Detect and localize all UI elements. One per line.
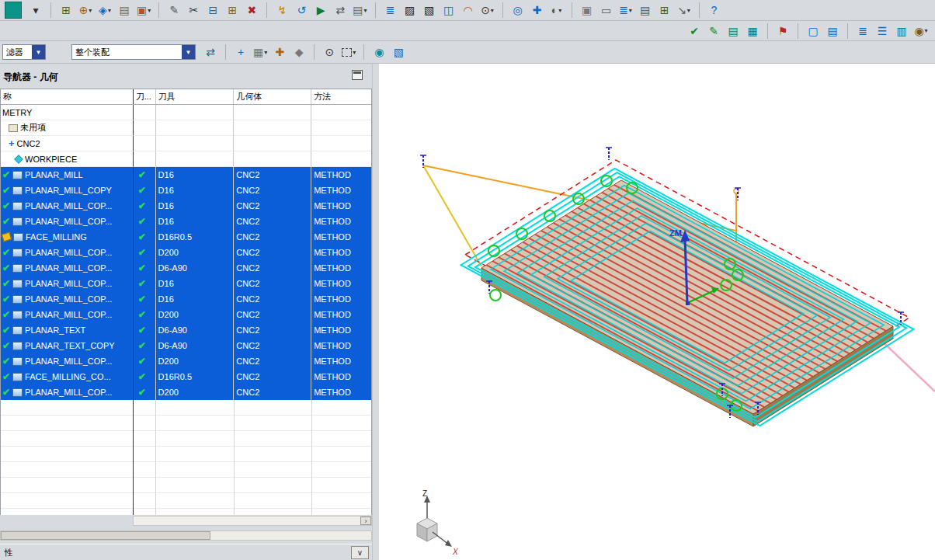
view-dependency-icon[interactable]: ▥: [892, 23, 911, 40]
dropdown-caret-icon[interactable]: ▾: [89, 7, 92, 14]
column-header-name[interactable]: 称: [1, 89, 134, 104]
selection-scope-combo[interactable]: 整个装配 ▼: [71, 44, 196, 60]
dropdown-caret-icon[interactable]: ▾: [353, 49, 356, 56]
tree-group-row[interactable]: METRY: [1, 105, 371, 120]
combo-dropdown-icon[interactable]: ▼: [182, 45, 195, 59]
scrollbar-thumb[interactable]: [1, 531, 210, 540]
tree-group-row[interactable]: 未用项: [1, 120, 371, 136]
section-view-yz-icon[interactable]: ▧: [420, 2, 439, 19]
paste-object-icon[interactable]: ⊞: [223, 2, 242, 19]
operation-row[interactable]: ✔PLANAR_MILL_COP...✔D16CNC2METHOD: [1, 214, 371, 229]
datum-plane-icon[interactable]: ◫: [440, 2, 458, 19]
snap-arc-center-icon[interactable]: ◆: [290, 43, 308, 61]
dropdown-caret-icon[interactable]: ▾: [363, 7, 367, 14]
snap-options-icon[interactable]: ▦▾: [251, 43, 269, 61]
operation-row[interactable]: ✔PLANAR_MILL_COP...✔D16CNC2METHOD: [1, 291, 371, 307]
dropdown-caret-icon[interactable]: ▾: [687, 7, 690, 14]
menu-caret-icon[interactable]: ▾: [26, 2, 45, 19]
combo-dropdown-icon[interactable]: ▼: [32, 45, 45, 59]
snap-point-icon[interactable]: +: [231, 43, 250, 61]
point-dialog-icon[interactable]: ⊙: [320, 43, 339, 61]
column-header-geometry[interactable]: 几何体: [234, 89, 311, 104]
display-window-icon[interactable]: ▢: [804, 23, 822, 40]
dropdown-caret-icon[interactable]: ▾: [148, 7, 151, 14]
document-page-icon[interactable]: ▤: [823, 23, 842, 40]
fit-view-icon[interactable]: ⊞: [655, 2, 674, 19]
create-program-icon[interactable]: ⊞: [57, 2, 75, 19]
create-tool-icon[interactable]: ⊕▾: [76, 2, 95, 19]
snap-intersection-icon[interactable]: ✚: [270, 43, 289, 61]
dropdown-caret-icon[interactable]: ▾: [558, 7, 561, 14]
dropdown-caret-icon[interactable]: ▾: [629, 7, 632, 14]
tree-group-row[interactable]: +CNC2: [1, 136, 371, 151]
create-geometry-icon[interactable]: ◈▾: [96, 2, 114, 19]
view-list-icon[interactable]: ≣▾: [617, 2, 635, 19]
copy-object-icon[interactable]: ⊟: [203, 2, 222, 19]
post-process-icon[interactable]: ⇄: [331, 2, 349, 19]
layer-visibility-icon[interactable]: ☰: [873, 23, 892, 40]
dropdown-caret-icon[interactable]: ▾: [925, 27, 928, 34]
help-icon[interactable]: ?: [705, 2, 724, 19]
column-header-toolpath[interactable]: 刀...: [134, 89, 156, 104]
operation-row[interactable]: ✔PLANAR_TEXT_COPY✔D6-A90CNC2METHOD: [1, 338, 371, 353]
flag-icon[interactable]: ⚑: [773, 23, 792, 40]
create-operation-icon[interactable]: ▣▾: [134, 2, 153, 19]
new-window-icon[interactable]: ▣: [578, 2, 596, 19]
restore-window-button[interactable]: [352, 70, 363, 80]
verify-geometry-icon[interactable]: ✔: [685, 23, 704, 40]
layer-stack-icon[interactable]: ≣: [853, 23, 872, 40]
column-header-tool[interactable]: 刀具: [156, 89, 235, 104]
preferences-icon[interactable]: ◉▾: [912, 23, 930, 40]
dropdown-caret-icon[interactable]: ▾: [491, 7, 494, 14]
generate-toolpath-icon[interactable]: ↯: [273, 2, 291, 19]
workpiece-layers-icon[interactable]: ▦: [743, 23, 762, 40]
operation-row[interactable]: ✔PLANAR_MILL_COP...✔D6-A90CNC2METHOD: [1, 260, 371, 276]
section-view-xy-icon[interactable]: ▨: [401, 2, 419, 19]
operation-row[interactable]: ✔FACE_MILLING_CO...✔D16R0.5CNC2METHOD: [1, 369, 371, 384]
operation-row[interactable]: ✔PLANAR_MILL_COP...✔D200CNC2METHOD: [1, 353, 371, 369]
operation-row[interactable]: ✔PLANAR_TEXT✔D6-A90CNC2METHOD: [1, 322, 371, 338]
navigator-horizontal-scrollbar[interactable]: [0, 530, 372, 541]
expand-panel-button[interactable]: ∨: [351, 546, 369, 559]
assembly-layers-icon[interactable]: ▤: [724, 23, 742, 40]
graphics-viewport[interactable]: ZMZX: [379, 64, 935, 560]
app-icon[interactable]: [2, 2, 26, 19]
dropdown-caret-icon[interactable]: ▾: [264, 49, 267, 56]
column-header-method[interactable]: 方法: [311, 89, 371, 104]
dropdown-caret-icon[interactable]: ▾: [108, 7, 111, 14]
measure-distance-icon[interactable]: ◎: [509, 2, 527, 19]
layer-settings-icon[interactable]: ▤: [636, 2, 655, 19]
note-icon[interactable]: ▭: [597, 2, 616, 19]
shop-documentation-icon[interactable]: ▤▾: [350, 2, 369, 19]
operation-row[interactable]: ✔PLANAR_MILL✔D16CNC2METHOD: [1, 167, 371, 183]
replay-toolpath-icon[interactable]: ↺: [292, 2, 311, 19]
interpart-link-icon[interactable]: ⇄: [201, 43, 220, 61]
list-window-icon[interactable]: ≣: [381, 2, 400, 19]
edit-verify-icon[interactable]: ✎: [704, 23, 723, 40]
export-icon[interactable]: ↘▾: [675, 2, 693, 19]
verify-toolpath-icon[interactable]: ▶: [311, 2, 330, 19]
toolpath-3d-view[interactable]: ZMZX: [379, 64, 935, 560]
tree-group-row[interactable]: WORKPIECE: [1, 151, 371, 167]
rectangle-selection-icon[interactable]: ▾: [339, 43, 358, 61]
edit-object-icon[interactable]: ✎: [165, 2, 183, 19]
move-object-icon[interactable]: ✚: [528, 2, 547, 19]
operation-row[interactable]: ✔PLANAR_MILL_COP...✔D200CNC2METHOD: [1, 384, 371, 400]
show-hide-icon[interactable]: ◐▾: [547, 2, 566, 19]
shaded-view-icon[interactable]: ◉: [370, 43, 388, 61]
operation-row[interactable]: FACE_MILLING✔D16R0.5CNC2METHOD: [1, 229, 371, 245]
spline-icon[interactable]: ◠: [459, 2, 478, 19]
point-constructor-icon[interactable]: ⊙▾: [478, 2, 497, 19]
scroll-right-button[interactable]: ›: [360, 517, 371, 525]
operation-row[interactable]: ✔PLANAR_MILL_COP...✔D200CNC2METHOD: [1, 245, 371, 260]
selection-filter-combo[interactable]: 滤器 ▼: [2, 44, 46, 60]
operation-row[interactable]: ✔PLANAR_MILL_COPY✔D16CNC2METHOD: [1, 183, 371, 198]
operation-row[interactable]: ✔PLANAR_MILL_COP...✔D16CNC2METHOD: [1, 198, 371, 214]
operation-row[interactable]: ✔PLANAR_MILL_COP...✔D200CNC2METHOD: [1, 307, 371, 322]
create-method-icon[interactable]: ▤: [115, 2, 134, 19]
wireframe-view-icon[interactable]: ▧: [389, 43, 408, 61]
table-horizontal-scrollbar[interactable]: ›: [133, 516, 372, 526]
cut-object-icon[interactable]: ✂: [184, 2, 203, 19]
delete-object-icon[interactable]: ✖: [242, 2, 261, 19]
operation-row[interactable]: ✔PLANAR_MILL_COP...✔D16CNC2METHOD: [1, 276, 371, 291]
